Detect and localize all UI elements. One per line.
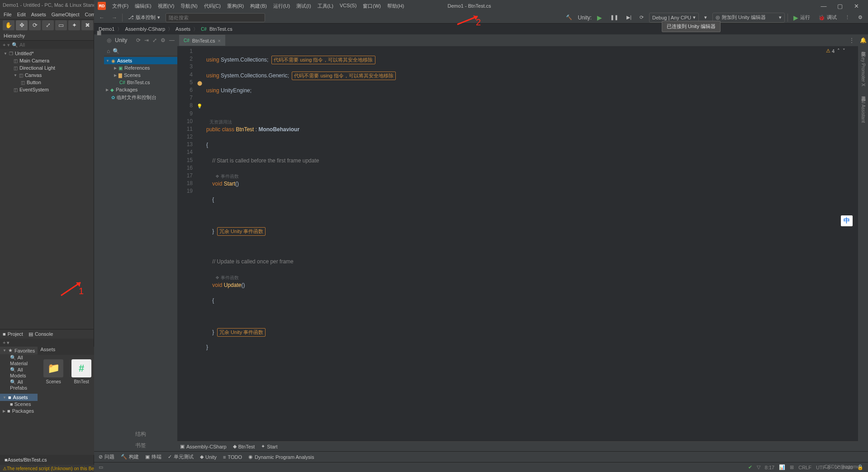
- explorer-title[interactable]: Unity: [115, 37, 127, 43]
- hierarchy-item[interactable]: ◫ Button: [0, 79, 94, 86]
- menu-help[interactable]: 帮助(H): [387, 3, 404, 10]
- assets-tool-tab[interactable]: 资源工具: [860, 91, 866, 95]
- menu-code[interactable]: 代码(C): [204, 3, 221, 10]
- settings-icon[interactable]: ⚙: [855, 13, 865, 23]
- todo-tab[interactable]: ≡ TODO: [223, 454, 242, 460]
- menu-tools[interactable]: 工具(L): [318, 3, 333, 10]
- scale-tool-icon[interactable]: ⤢: [42, 20, 54, 30]
- close-button[interactable]: ✕: [848, 0, 864, 12]
- rotate-tool-icon[interactable]: ⟳: [29, 20, 41, 30]
- hierarchy-item[interactable]: ◫ EventSystem: [0, 86, 94, 93]
- bookmarks-tab[interactable]: 书签: [135, 442, 146, 449]
- explorer-item[interactable]: C# BtnTest.cs: [104, 79, 177, 86]
- debug-button[interactable]: 🐞 调试: [816, 13, 840, 23]
- unity-pause-button[interactable]: ❚❚: [607, 13, 621, 23]
- move-tool-icon[interactable]: ✥: [16, 20, 28, 30]
- hide-icon[interactable]: —: [169, 37, 175, 43]
- search-field[interactable]: [166, 13, 265, 22]
- nav-forward-icon[interactable]: →: [109, 13, 119, 23]
- status-sync-icon[interactable]: ▽: [757, 464, 760, 470]
- custom-tool-icon[interactable]: ✖: [81, 20, 93, 30]
- ai-assistant-tab[interactable]: AI Assistant: [861, 97, 866, 124]
- notifications-icon[interactable]: 🔔: [860, 37, 867, 43]
- code-editor[interactable]: 12345678910111213141516171819 ⬤ 💡 using …: [177, 46, 858, 441]
- unity-menu-file[interactable]: File: [4, 12, 12, 17]
- menu-run[interactable]: 运行(U): [273, 3, 290, 10]
- menu-test[interactable]: 测试(I): [296, 3, 311, 10]
- chevron-down-icon[interactable]: ˅: [843, 48, 845, 54]
- class-icon[interactable]: ⬤: [195, 79, 204, 87]
- explorer-item[interactable]: ▶ ▇ Scenes: [104, 72, 177, 79]
- favorite-item[interactable]: 🔍 All Prefabs: [0, 379, 38, 391]
- explorer-item[interactable]: ✿ 临时文件和控制台: [104, 93, 177, 102]
- menu-file[interactable]: 文件(F): [112, 3, 128, 10]
- hierarchy-item[interactable]: ▼◫ Canvas: [0, 72, 94, 79]
- expand-icon[interactable]: ⤢: [152, 37, 157, 43]
- explorer-item[interactable]: ▶ ▣ References: [104, 64, 177, 72]
- scene-row[interactable]: ▼ ❐ Untitled*: [0, 50, 94, 57]
- editor-tab[interactable]: C# BtnTest.cs ×: [179, 35, 225, 46]
- status-crlf[interactable]: CRLF: [798, 465, 811, 470]
- unity-refresh-button[interactable]: ⟳: [637, 13, 646, 23]
- crumb[interactable]: Assembly-CSharp: [125, 26, 165, 32]
- more-icon[interactable]: ⋮: [842, 13, 853, 23]
- ime-indicator[interactable]: 中: [841, 215, 853, 226]
- unity-menu-assets[interactable]: Assets: [31, 12, 46, 17]
- crumb[interactable]: Demo1: [99, 26, 114, 32]
- vcs-button[interactable]: ⎇ 版本控制 ▾: [125, 14, 163, 21]
- database-tab[interactable]: 数据库: [860, 46, 866, 50]
- unity-menu-edit[interactable]: Edit: [17, 12, 26, 17]
- inspection-hint[interactable]: 冗余 Unity 事件函数: [217, 328, 266, 337]
- inspection-hint[interactable]: 代码不需要 using 指令，可以将其安全地移除: [271, 56, 375, 64]
- settings-icon[interactable]: ⚙: [161, 37, 166, 43]
- rect-tool-icon[interactable]: ▭: [55, 20, 67, 30]
- console-tab[interactable]: ▤ Console: [28, 331, 53, 337]
- hierarchy-item[interactable]: ◫ Main Camera: [0, 57, 94, 64]
- minimize-button[interactable]: —: [816, 0, 832, 12]
- unity-tab[interactable]: ◆ Unity: [200, 454, 217, 460]
- menu-view[interactable]: 视图(V): [158, 3, 175, 10]
- project-add-button[interactable]: + ▾: [3, 340, 9, 346]
- menu-window[interactable]: 窗口(W): [363, 3, 381, 10]
- dpa-tab[interactable]: ◉ Dynamic Program Analysis: [248, 454, 314, 460]
- search-icon[interactable]: 🔍: [113, 48, 119, 54]
- inspection-hint[interactable]: 代码不需要 using 指令，可以将其安全地移除: [292, 72, 395, 80]
- search-input[interactable]: [166, 13, 265, 22]
- keypromoter-tab[interactable]: Key Promoter X: [861, 52, 866, 88]
- hierarchy-add-button[interactable]: +: [3, 42, 5, 48]
- status-msg-icon[interactable]: ▭: [99, 464, 103, 470]
- hand-tool-icon[interactable]: ✋: [3, 20, 14, 30]
- menu-edit[interactable]: 编辑(E): [135, 3, 152, 10]
- unity-step-button[interactable]: ▶|: [624, 13, 634, 23]
- menu-vcs[interactable]: VCS(S): [340, 3, 356, 10]
- favorites-header[interactable]: ▼ ★ Favorites: [0, 347, 38, 354]
- explorer-item[interactable]: ▶ ◆ Packages: [104, 86, 177, 93]
- hierarchy-search[interactable]: All: [19, 42, 25, 48]
- inspection-hint[interactable]: 冗余 Unity 事件函数: [217, 227, 266, 236]
- favorite-item[interactable]: 🔍 All Material: [0, 354, 38, 367]
- status-perf-icon[interactable]: 📊: [779, 464, 785, 470]
- asset-tile-folder[interactable]: 📁 Scenes: [42, 359, 65, 384]
- home-icon[interactable]: ⌂: [107, 48, 110, 54]
- build-tab[interactable]: 🔨 构建: [121, 453, 139, 460]
- terminal-tab[interactable]: ▣ 终端: [145, 453, 161, 460]
- menu-refactor[interactable]: 重构(R): [227, 3, 244, 10]
- close-tab-icon[interactable]: ×: [218, 38, 221, 43]
- bc-class[interactable]: ◆ BtnTest: [233, 443, 255, 449]
- nav-back-icon[interactable]: ←: [97, 13, 107, 23]
- favorite-item[interactable]: 🔍 All Models: [0, 367, 38, 379]
- lightbulb-icon[interactable]: 💡: [195, 102, 204, 110]
- unit-tests-tab[interactable]: ✓ 单元测试: [168, 453, 194, 460]
- sync-icon[interactable]: ⟳: [136, 37, 141, 43]
- unity-play-button[interactable]: ▶: [594, 13, 605, 23]
- maximize-button[interactable]: ▢: [832, 0, 848, 12]
- attach-selector[interactable]: ◎ 附加到 Unity 编辑器 ▾: [712, 13, 785, 23]
- transform-tool-icon[interactable]: ✦: [68, 20, 80, 30]
- menu-build[interactable]: 构建(B): [250, 3, 267, 10]
- assets-header[interactable]: ▼ ■ Assets: [0, 394, 38, 401]
- collapse-icon[interactable]: ⇥: [144, 37, 149, 43]
- bc-method[interactable]: ✦ Start: [261, 443, 277, 449]
- build-button[interactable]: 🔨: [563, 13, 575, 23]
- explorer-root[interactable]: ▼ ◉ Assets: [104, 57, 177, 64]
- chevron-up-icon[interactable]: ˄: [837, 48, 840, 54]
